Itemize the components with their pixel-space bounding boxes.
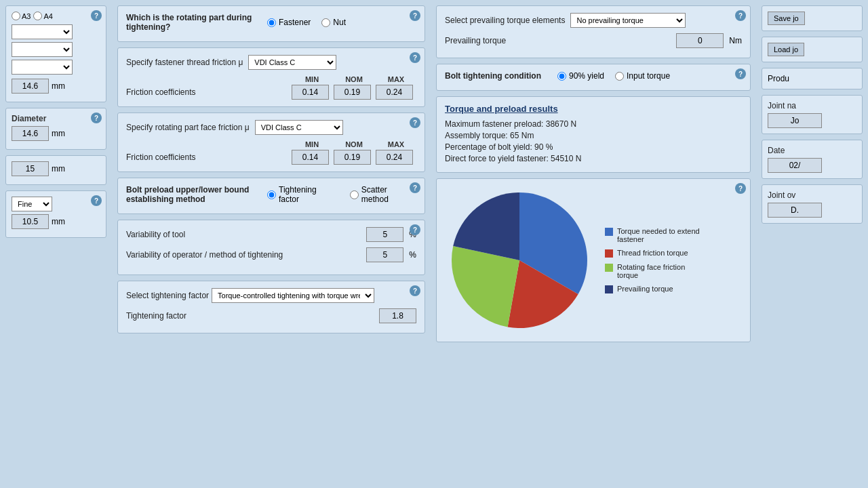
- input-torque-label: Input torque: [627, 71, 670, 81]
- legend-color-red: [605, 249, 613, 258]
- unit-mm-4: mm: [52, 217, 65, 226]
- save-button[interactable]: Save jo: [768, 12, 805, 25]
- help-icon-rotating-friction[interactable]: ?: [410, 117, 420, 128]
- fastener-option[interactable]: Fastener: [267, 18, 311, 27]
- yield-option[interactable]: 90% yield: [557, 71, 604, 81]
- help-icon-rotating[interactable]: ?: [410, 10, 420, 21]
- rotating-part-card: ? Which is the rotating part during tigh…: [117, 5, 425, 42]
- help-icon-chart[interactable]: ?: [735, 183, 746, 194]
- pitch-value[interactable]: [12, 214, 49, 229]
- dropdown-1[interactable]: [12, 24, 73, 39]
- prevailing-torque-select[interactable]: No prevailing torque: [570, 13, 686, 28]
- pie-chart: [445, 186, 594, 335]
- tab-a4-radio[interactable]: [33, 12, 42, 20]
- tightening-factor-label: Tightening factor: [279, 185, 339, 204]
- prevailing-select-label: Select prevailing torque elements: [445, 16, 565, 25]
- joint-ov-card: Joint ov: [762, 184, 863, 224]
- tightening-factor-radio[interactable]: [267, 190, 276, 199]
- save-card: Save jo: [762, 5, 863, 31]
- rotating-min-header: MIN: [292, 140, 332, 148]
- left-top-section: ? A3 A4 mm: [5, 5, 106, 102]
- rotating-question: Which is the rotating part during tighte…: [126, 13, 262, 32]
- diameter-value[interactable]: [12, 126, 49, 141]
- joint-ov-label: Joint ov: [768, 190, 856, 200]
- input-torque-option[interactable]: Input torque: [615, 71, 670, 81]
- date-label: Date: [768, 146, 856, 155]
- tightening-factor-value[interactable]: [379, 308, 416, 323]
- help-icon-diameter[interactable]: ?: [91, 113, 102, 123]
- load-button[interactable]: Load jo: [768, 43, 804, 56]
- results-title: Torque and preload results: [445, 104, 742, 114]
- tab-a3-label: A3: [22, 12, 31, 20]
- fastener-nom-value[interactable]: [334, 85, 371, 100]
- thread-section: ? Fine mm: [5, 190, 106, 238]
- rotating-friction-label: Friction coefficients: [126, 152, 290, 162]
- tab-a3-radio[interactable]: [12, 12, 20, 20]
- preload-method-card: ? Bolt preload upper/lower bound establi…: [117, 178, 425, 214]
- rotating-nom-value[interactable]: [334, 150, 371, 165]
- help-icon-preload[interactable]: ?: [410, 182, 420, 193]
- dropdown-2[interactable]: [12, 42, 73, 57]
- preload-result: Maximum fastener preload: 38670 N: [445, 119, 742, 129]
- joint-name-label: Joint na: [768, 101, 856, 110]
- rotating-friction-select[interactable]: VDI Class C: [255, 120, 343, 135]
- scatter-method-option[interactable]: Scatter method: [350, 185, 416, 204]
- length-section: mm: [5, 155, 106, 185]
- legend-color-blue: [605, 228, 613, 236]
- joint-ov-input[interactable]: [768, 203, 822, 218]
- help-icon-left[interactable]: ?: [91, 10, 102, 21]
- chart-card: ? Torque needed to extend fastener Threa…: [436, 178, 751, 342]
- fastener-label: Fastener: [279, 18, 311, 27]
- scatter-method-label: Scatter method: [361, 185, 416, 204]
- thread-dropdown[interactable]: Fine: [12, 197, 52, 211]
- fastener-friction-card: ? Specify fastener thread friction μ VDI…: [117, 47, 425, 107]
- legend-label-darkblue: Prevailing torque: [617, 285, 673, 293]
- help-icon-prevailing[interactable]: ?: [735, 10, 746, 21]
- rotating-friction-table: MIN NOM MAX Friction coefficients: [126, 140, 416, 165]
- legend-blue: Torque needed to extend fastener: [605, 227, 700, 243]
- date-input[interactable]: [768, 158, 822, 173]
- tightening-factor-card: ? Select tightening factor Torque-contro…: [117, 281, 425, 333]
- fastener-max-value[interactable]: [376, 85, 413, 100]
- help-icon-bolt-tightening[interactable]: ?: [735, 68, 746, 79]
- scatter-method-radio[interactable]: [350, 190, 359, 199]
- yield-label: 90% yield: [569, 71, 604, 81]
- rotating-max-value[interactable]: [376, 150, 413, 165]
- operator-value[interactable]: [366, 247, 403, 262]
- load-card: Load jo: [762, 37, 863, 62]
- help-icon-thread[interactable]: ?: [91, 195, 102, 206]
- joint-name-input[interactable]: [768, 113, 822, 128]
- yield-result: Percentage of bolt yield: 90 %: [445, 142, 742, 152]
- bolt-tightening-options: 90% yield Input torque: [557, 71, 670, 81]
- fastener-friction-select[interactable]: VDI Class C: [248, 55, 336, 70]
- legend-darkblue: Prevailing torque: [605, 285, 700, 293]
- bolt-tightening-title: Bolt tightening condition: [445, 71, 541, 81]
- legend-color-green: [605, 264, 613, 272]
- results-card: Torque and preload results Maximum faste…: [436, 96, 751, 173]
- dropdown-3[interactable]: [12, 60, 73, 75]
- nut-option[interactable]: Nut: [321, 18, 346, 27]
- help-icon-tightening[interactable]: ?: [410, 285, 420, 296]
- tab-a4[interactable]: A4: [33, 12, 52, 20]
- rotating-min-value[interactable]: [292, 150, 329, 165]
- legend-red: Thread friction torque: [605, 249, 700, 258]
- joint-name-card: Joint na: [762, 95, 863, 134]
- help-icon-variability[interactable]: ?: [410, 224, 420, 235]
- prevailing-torque-label: Prevailing torque: [445, 36, 506, 45]
- help-icon-fastener-friction[interactable]: ?: [410, 52, 420, 63]
- rotating-nom-header: NOM: [334, 140, 374, 148]
- pie-segment-green: [452, 246, 519, 327]
- prevailing-torque-value[interactable]: [676, 33, 724, 48]
- yield-radio[interactable]: [557, 72, 566, 81]
- tab-a3[interactable]: A3: [12, 12, 31, 20]
- input-torque-radio[interactable]: [615, 72, 624, 81]
- tightening-select[interactable]: Torque-controlled tightening with torque…: [212, 288, 374, 303]
- fastener-radio[interactable]: [267, 18, 276, 27]
- tightening-factor-option[interactable]: Tightening factor: [267, 185, 339, 204]
- fastener-min-value[interactable]: [292, 85, 329, 100]
- length-value[interactable]: [12, 161, 49, 176]
- value-14-6-top[interactable]: [12, 79, 49, 94]
- tool-value[interactable]: [366, 227, 403, 242]
- preload-options: Tightening factor Scatter method: [267, 185, 416, 204]
- nut-radio[interactable]: [321, 18, 330, 27]
